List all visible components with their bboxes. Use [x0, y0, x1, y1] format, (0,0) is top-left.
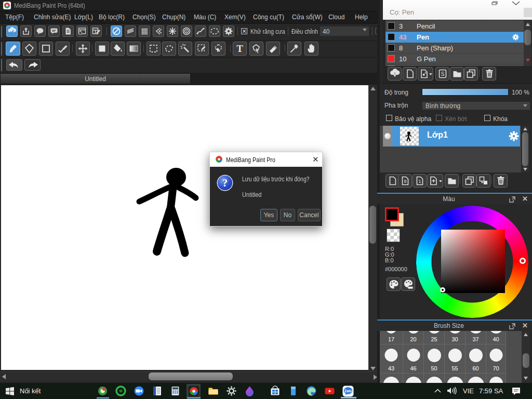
- svg-text:?: ?: [222, 177, 228, 189]
- svg-text:1: 1: [418, 179, 421, 184]
- svg-text:S: S: [441, 71, 445, 77]
- svg-text:8: 8: [404, 179, 406, 184]
- svg-text:Zalo: Zalo: [344, 389, 352, 393]
